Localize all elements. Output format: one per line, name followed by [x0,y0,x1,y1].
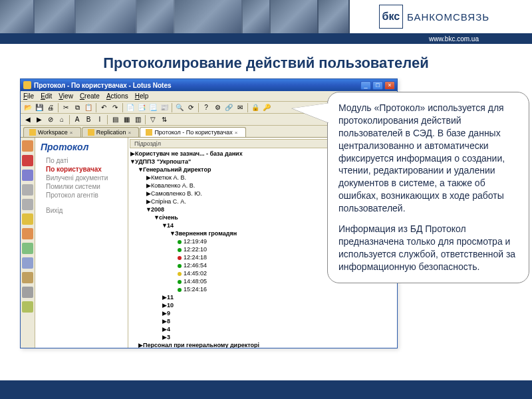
leftbar-btn-9[interactable] [22,272,33,283]
save-button[interactable]: 💾 [34,102,45,112]
mail-button[interactable]: ✉ [235,102,245,112]
menu-item-view[interactable]: View [59,92,73,100]
menu-item-actions[interactable]: Actions [106,92,128,100]
leftbar-btn-11[interactable] [22,301,33,313]
leftbar-btn-2[interactable] [22,170,33,181]
leftbar-btn-0[interactable] [22,140,33,152]
menu-item-file[interactable]: File [23,92,34,100]
fwd-button[interactable]: ▶ [34,114,45,124]
doc-button[interactable]: 📄 [125,102,136,112]
top-banner: бкс БАНКОМСВЯЗЬ [0,0,532,33]
tree-node[interactable]: ▶4 [130,325,396,333]
key-button[interactable]: 🔑 [261,102,272,112]
banner-photos [0,0,350,33]
italic-button[interactable]: I [94,114,105,124]
nav-item[interactable]: По даті [38,156,125,165]
leftbar-btn-3[interactable] [22,184,33,196]
stop-button[interactable]: ⊘ [45,114,56,124]
lock-button[interactable]: 🔒 [250,102,261,112]
view1-button[interactable]: ▤ [110,114,120,124]
search-button[interactable]: 🔍 [174,102,185,112]
bold-button[interactable]: B [83,114,94,124]
tab-replication[interactable]: Replication× [82,127,140,137]
app-icon [23,81,31,89]
window-title: Протокол - По користувачах - Lotus Notes [34,82,360,89]
leftbar-btn-10[interactable] [22,287,33,298]
leftbar-btn-7[interactable] [22,243,33,254]
brand-name: БАНКОМСВЯЗЬ [407,11,489,23]
nav-item[interactable]: Протокол агентів [38,191,125,200]
tab-label: Протокол - По користувачах [154,129,232,136]
tab-label: Replication [96,129,126,136]
brand-logo: бкс БАНКОМСВЯЗЬ [350,0,532,33]
redo-button[interactable]: ↷ [110,102,120,112]
tree-node[interactable]: ▶10 [130,301,396,309]
tree-header-label: Підрозділ [134,140,161,147]
undo-button[interactable]: ↶ [98,102,109,112]
brand-url: www.bkc.com.ua [429,35,479,43]
nav-item[interactable]: По користувачах [38,165,125,174]
tab-icon [88,129,94,136]
refresh-button[interactable]: ⟳ [186,102,196,112]
tree-node[interactable]: ▶Персонал при генеральному директорі [130,341,396,348]
tab-close-icon[interactable]: × [70,130,75,135]
link-button[interactable]: 🔗 [223,102,234,112]
nav-item[interactable]: Вихід [38,206,125,215]
menu-item-help[interactable]: Help [135,92,149,100]
doc3-button[interactable]: 📃 [148,102,158,112]
tree-node[interactable]: ▶8 [130,317,396,325]
menu-item-edit[interactable]: Edit [41,92,52,100]
filter-button[interactable]: ▽ [148,114,158,124]
left-icon-bar[interactable] [21,138,35,348]
callout-p2: Информация из БД Протокол предназначена … [338,223,518,273]
open-button[interactable]: 📂 [23,102,33,112]
nav-item[interactable]: Вилучені документи [38,174,125,182]
doc4-button[interactable]: 📰 [159,102,170,112]
logo-mark: бкс [379,5,403,29]
copy-button[interactable]: ⧉ [72,102,82,112]
cfg-button[interactable]: ⚙ [212,102,223,112]
view2-button[interactable]: ▦ [121,114,132,124]
doc2-button[interactable]: 📑 [136,102,147,112]
callout-p1: Модуль «Протокол» используется для прото… [338,102,518,215]
paste-button[interactable]: 📋 [83,102,94,112]
font-button[interactable]: A [72,114,82,124]
callout-bubble: Модуль «Протокол» используется для прото… [327,92,529,283]
print-button[interactable]: 🖨 [45,102,56,112]
tree-node[interactable]: ▶9 [130,309,396,317]
nav-panel: Протокол По датіПо користувачахВилучені … [35,138,128,348]
help-button[interactable]: ? [201,102,211,112]
tab-workspace[interactable]: Workspace× [23,127,81,137]
nav-title: Протокол [38,140,125,156]
nav-item[interactable]: Помилки системи [38,182,125,191]
tab-label: Workspace [38,129,68,136]
url-stripe: www.bkc.com.ua [0,33,532,44]
footer-stripe [0,380,532,399]
leftbar-btn-4[interactable] [22,199,33,210]
cut-button[interactable]: ✂ [61,102,71,112]
leftbar-btn-5[interactable] [22,213,33,225]
home-button[interactable]: ⌂ [57,114,67,124]
slide-title: Протоколирование действий пользователей [0,44,532,78]
tree-node[interactable]: ▶11 [130,293,396,301]
titlebar[interactable]: Протокол - По користувачах - Lotus Notes… [21,79,397,91]
sort-button[interactable]: ⇅ [159,114,170,124]
leftbar-btn-8[interactable] [22,257,33,269]
maximize-button[interactable]: □ [372,81,383,90]
tree-node[interactable]: ▶3 [130,333,396,341]
leftbar-btn-1[interactable] [22,155,33,166]
tab-протокол-по-користувачах[interactable]: Протокол - По користувачах× [140,127,245,137]
minimize-button[interactable]: _ [360,81,371,90]
tree-node[interactable]: 15:24:16 [130,285,396,293]
close-button[interactable]: × [384,81,395,90]
menu-item-create[interactable]: Create [80,92,100,100]
tab-icon [146,129,152,136]
back-button[interactable]: ◀ [23,114,33,124]
nav-item [38,200,125,206]
tab-close-icon[interactable]: × [128,130,133,135]
tab-close-icon[interactable]: × [235,130,240,135]
tab-icon [29,129,36,136]
view3-button[interactable]: ▥ [132,114,143,124]
leftbar-btn-6[interactable] [22,228,33,239]
